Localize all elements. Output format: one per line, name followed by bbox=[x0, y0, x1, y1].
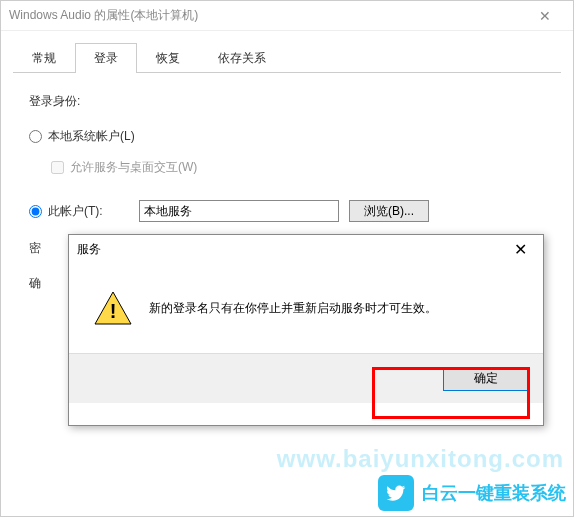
services-dialog: 服务 ✕ ! 新的登录名只有在你停止并重新启动服务时才可生效。 确定 bbox=[68, 234, 544, 426]
allow-interact-label: 允许服务与桌面交互(W) bbox=[70, 159, 197, 176]
dialog-message: 新的登录名只有在你停止并重新启动服务时才可生效。 bbox=[149, 300, 437, 317]
allow-interact-checkbox bbox=[51, 161, 64, 174]
tab-dependencies[interactable]: 依存关系 bbox=[199, 43, 285, 73]
dialog-footer: 确定 bbox=[69, 353, 543, 403]
local-system-label: 本地系统帐户(L) bbox=[48, 128, 135, 145]
warning-icon: ! bbox=[93, 288, 133, 328]
watermark-icon bbox=[378, 475, 414, 511]
ok-button[interactable]: 确定 bbox=[443, 367, 529, 391]
local-system-row: 本地系统帐户(L) bbox=[29, 128, 545, 145]
window-close-button[interactable]: ✕ bbox=[525, 8, 565, 24]
this-account-row: 此帐户(T): 浏览(B)... bbox=[29, 200, 545, 222]
watermark-text: 白云一键重装系统 bbox=[422, 481, 566, 505]
dialog-close-button[interactable]: ✕ bbox=[505, 240, 535, 259]
this-account-radio-label: 此帐户(T): bbox=[29, 203, 129, 220]
dialog-body: ! 新的登录名只有在你停止并重新启动服务时才可生效。 bbox=[69, 263, 543, 353]
tab-logon[interactable]: 登录 bbox=[75, 43, 137, 73]
svg-text:!: ! bbox=[110, 300, 117, 322]
watermark: 白云一键重装系统 bbox=[378, 475, 566, 511]
dialog-title: 服务 bbox=[77, 241, 505, 258]
watermark-url: www.baiyunxitong.com bbox=[277, 445, 564, 473]
window-title: Windows Audio 的属性(本地计算机) bbox=[9, 7, 525, 24]
tab-recovery[interactable]: 恢复 bbox=[137, 43, 199, 73]
tab-general[interactable]: 常规 bbox=[13, 43, 75, 73]
dialog-titlebar: 服务 ✕ bbox=[69, 235, 543, 263]
this-account-radio[interactable] bbox=[29, 205, 42, 218]
tabs: 常规 登录 恢复 依存关系 bbox=[13, 43, 561, 73]
window-titlebar: Windows Audio 的属性(本地计算机) ✕ bbox=[1, 1, 573, 31]
account-name-input[interactable] bbox=[139, 200, 339, 222]
allow-interact-row: 允许服务与桌面交互(W) bbox=[51, 159, 545, 176]
logon-as-label: 登录身份: bbox=[29, 93, 545, 110]
browse-button[interactable]: 浏览(B)... bbox=[349, 200, 429, 222]
local-system-radio[interactable] bbox=[29, 130, 42, 143]
this-account-label: 此帐户(T): bbox=[48, 203, 103, 220]
